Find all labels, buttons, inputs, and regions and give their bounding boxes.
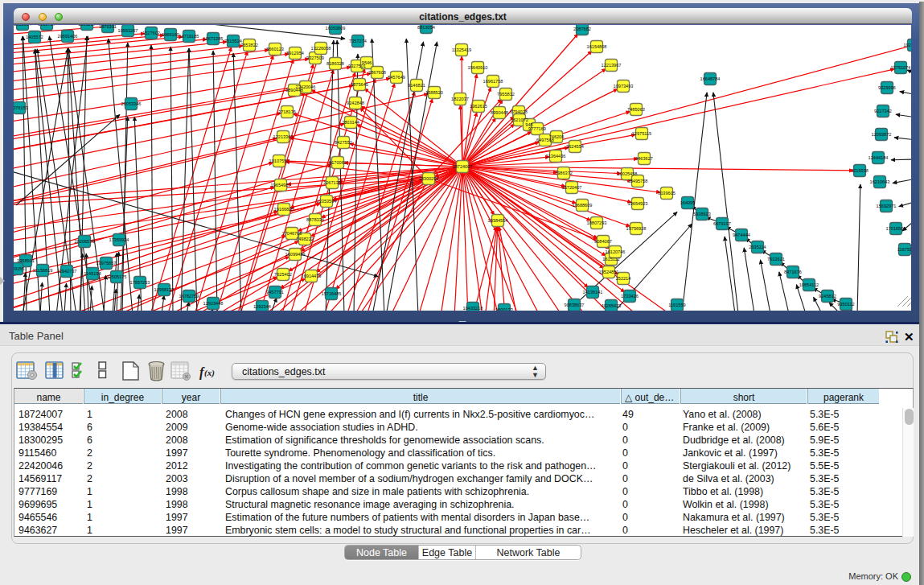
svg-text:6466160: 6466160 <box>162 32 179 37</box>
svg-text:1145194: 1145194 <box>84 271 101 276</box>
svg-text:15720407: 15720407 <box>562 185 582 190</box>
svg-text:2718176: 2718176 <box>278 109 296 114</box>
svg-text:20206576: 20206576 <box>75 239 95 244</box>
svg-text:10958127: 10958127 <box>154 287 175 292</box>
svg-text:8186328: 8186328 <box>326 61 344 66</box>
svg-text:15692971: 15692971 <box>877 204 897 208</box>
svg-text:(x): (x) <box>204 368 215 378</box>
svg-text:5938923: 5938923 <box>693 212 711 216</box>
svg-text:9329996: 9329996 <box>878 85 896 90</box>
svg-text:19654923: 19654923 <box>628 201 648 206</box>
svg-text:19384554: 19384554 <box>488 218 508 223</box>
svg-text:19756928: 19756928 <box>626 226 647 231</box>
svg-text:1822037: 1822037 <box>451 97 469 101</box>
svg-text:10975857: 10975857 <box>97 261 117 266</box>
svg-text:19524851: 19524851 <box>599 270 619 274</box>
svg-text:9777169: 9777169 <box>528 126 546 131</box>
svg-text:9457791: 9457791 <box>266 290 284 295</box>
svg-text:9546: 9546 <box>362 60 372 65</box>
svg-text:21364436: 21364436 <box>546 154 566 159</box>
svg-text:116753: 116753 <box>897 247 911 252</box>
svg-text:9600133: 9600133 <box>495 307 513 311</box>
svg-text:12093872: 12093872 <box>872 132 892 137</box>
svg-text:40265423: 40265423 <box>602 303 622 308</box>
svg-text:15640910: 15640910 <box>468 65 488 70</box>
svg-text:8990448: 8990448 <box>491 110 508 115</box>
svg-text:15751074: 15751074 <box>891 65 911 70</box>
svg-text:1958501: 1958501 <box>17 258 35 263</box>
svg-text:9327509: 9327509 <box>306 56 324 60</box>
svg-text:12975115: 12975115 <box>632 131 651 136</box>
svg-text:7625402: 7625402 <box>274 272 292 277</box>
svg-text:7653822: 7653822 <box>240 43 258 47</box>
svg-text:2935114: 2935114 <box>749 245 766 249</box>
svg-text:1615112: 1615112 <box>602 257 619 262</box>
svg-text:6794028: 6794028 <box>510 109 528 114</box>
svg-text:19654987: 19654987 <box>271 183 291 187</box>
svg-text:939155: 939155 <box>14 266 24 271</box>
svg-text:10107552: 10107552 <box>269 159 290 163</box>
svg-text:12213967: 12213967 <box>602 63 622 68</box>
svg-text:8878334: 8878334 <box>306 217 324 222</box>
svg-text:20691406: 20691406 <box>58 34 78 39</box>
svg-text:9227342: 9227342 <box>874 109 892 113</box>
svg-text:17957253: 17957253 <box>130 280 150 285</box>
svg-text:10433218: 10433218 <box>463 306 483 311</box>
svg-text:1733426: 1733426 <box>621 294 639 299</box>
svg-text:7515524: 7515524 <box>224 39 242 43</box>
svg-text:9350112: 9350112 <box>837 302 854 307</box>
svg-text:7986372: 7986372 <box>555 171 573 175</box>
svg-text:1161559: 1161559 <box>668 303 685 307</box>
svg-text:1362615: 1362615 <box>470 104 487 109</box>
svg-text:12156819: 12156819 <box>33 268 53 273</box>
svg-text:3267130: 3267130 <box>323 180 341 185</box>
svg-text:10719185: 10719185 <box>179 34 199 39</box>
svg-text:15716485: 15716485 <box>322 291 342 296</box>
svg-text:3624554: 3624554 <box>566 144 584 149</box>
svg-text:2867608: 2867608 <box>368 70 386 75</box>
svg-text:164095: 164095 <box>680 200 696 205</box>
svg-text:90838637: 90838637 <box>565 303 585 307</box>
svg-text:11325419: 11325419 <box>452 47 471 52</box>
svg-text:19218906: 19218906 <box>904 43 911 47</box>
svg-text:9242848: 9242848 <box>347 101 364 105</box>
svg-text:9245812: 9245812 <box>819 294 836 299</box>
svg-text:12213363: 12213363 <box>273 134 294 139</box>
svg-text:8457649: 8457649 <box>388 75 405 80</box>
svg-text:9463627: 9463627 <box>635 156 653 161</box>
svg-text:1935727: 1935727 <box>38 25 55 27</box>
svg-text:9875645: 9875645 <box>351 82 368 87</box>
svg-text:1812304: 1812304 <box>14 25 31 27</box>
svg-text:16120746: 16120746 <box>606 249 626 254</box>
svg-text:16648784: 16648784 <box>700 76 721 81</box>
svg-text:6679197: 6679197 <box>713 221 731 226</box>
svg-text:18495758: 18495758 <box>628 179 648 183</box>
svg-text:1405572: 1405572 <box>26 35 43 39</box>
svg-text:9170062: 9170062 <box>329 160 347 165</box>
svg-text:3215938: 3215938 <box>851 168 869 173</box>
svg-text:2076153: 2076153 <box>14 105 28 110</box>
svg-text:8813054: 8813054 <box>417 25 435 30</box>
svg-text:252214: 252214 <box>616 276 631 281</box>
svg-text:20053346: 20053346 <box>121 101 142 106</box>
svg-text:12942737: 12942737 <box>57 269 77 274</box>
svg-text:18807293: 18807293 <box>587 220 607 225</box>
svg-text:16053809: 16053809 <box>326 26 346 31</box>
svg-text:12353594: 12353594 <box>317 199 337 204</box>
svg-text:1588520: 1588520 <box>425 90 443 95</box>
svg-text:16210643: 16210643 <box>870 179 890 184</box>
svg-text:17359924: 17359924 <box>109 237 129 242</box>
svg-text:17046768: 17046768 <box>282 231 302 236</box>
svg-text:746206: 746206 <box>549 134 565 139</box>
svg-text:12923448: 12923448 <box>203 301 224 306</box>
svg-text:10671385: 10671385 <box>203 36 224 41</box>
svg-text:1498222: 1498222 <box>296 237 314 241</box>
svg-text:16154808: 16154808 <box>587 44 607 49</box>
svg-text:9474444: 9474444 <box>733 233 750 237</box>
svg-text:7485063: 7485063 <box>627 107 645 112</box>
svg-text:1292344: 1292344 <box>253 304 271 309</box>
svg-text:14136141: 14136141 <box>583 290 603 295</box>
svg-text:1875301: 1875301 <box>99 25 117 29</box>
svg-text:12505175: 12505175 <box>107 274 127 279</box>
svg-text:12444184: 12444184 <box>869 155 889 160</box>
